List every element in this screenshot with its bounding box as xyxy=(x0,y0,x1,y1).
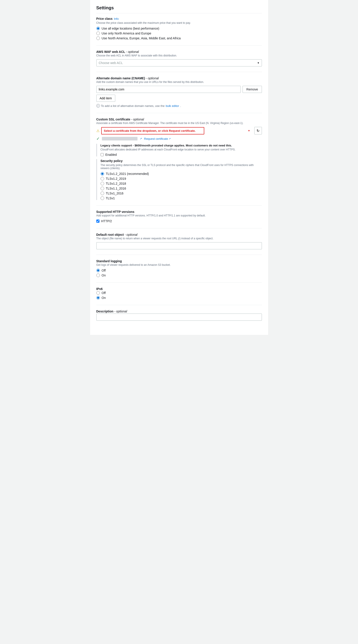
security-policy-box: Security policy The security policy dete… xyxy=(96,159,262,200)
http-versions-label: Supported HTTP versions xyxy=(96,210,262,214)
price-class-all-radio[interactable] xyxy=(96,27,100,30)
ssl-warning-icon: ⚠ xyxy=(96,129,99,133)
security-tls1-2016[interactable]: TLSv1_2016 xyxy=(101,192,262,195)
legacy-description: CloudFront allocates dedicated IP addres… xyxy=(101,148,262,151)
http2-checkbox[interactable] xyxy=(96,220,99,223)
http-versions-section: Supported HTTP versions Add support for … xyxy=(96,210,262,223)
ipv6-off-radio[interactable] xyxy=(96,291,100,295)
logging-off[interactable]: Off xyxy=(96,269,262,272)
waf-select[interactable]: Choose web ACL xyxy=(96,59,262,66)
root-object-label: Default root object - optional xyxy=(96,233,262,236)
security-tls12-2019-radio[interactable] xyxy=(101,177,104,180)
security-tls11-2016-label: TLSv1.1_2016 xyxy=(106,187,126,190)
ipv6-on-radio[interactable] xyxy=(96,296,100,300)
logging-options: Off On xyxy=(96,269,262,277)
price-class-na-eu-asia-radio[interactable] xyxy=(96,36,100,40)
security-tls12-2021-label: TLSv1.2_2021 (recommended) xyxy=(106,172,149,176)
description-input[interactable] xyxy=(96,314,262,321)
legacy-support-box: Legacy clients support - $600/month pror… xyxy=(96,144,262,156)
price-class-na-eu-label: Use only North America and Europe xyxy=(102,32,151,35)
price-class-na-eu-radio[interactable] xyxy=(96,32,100,35)
ipv6-options: Off On xyxy=(96,291,262,300)
security-tls12-2019[interactable]: TLSv1.2_2019 xyxy=(101,177,262,180)
price-class-all[interactable]: Use all edge locations (best performance… xyxy=(96,27,262,30)
root-object-description: The object (file name) to return when a … xyxy=(96,237,262,240)
page-title: Settings xyxy=(96,5,262,13)
price-class-info-link[interactable]: Info xyxy=(114,17,119,20)
security-tls1[interactable]: TLSv1 xyxy=(101,196,262,200)
root-object-input[interactable] xyxy=(96,242,262,249)
security-tls1-radio[interactable] xyxy=(101,196,104,200)
ssl-refresh-button[interactable]: ↻ xyxy=(254,127,262,134)
price-class-na-eu[interactable]: Use only North America and Europe xyxy=(96,32,262,35)
logging-section: Standard logging Get logs of viewer requ… xyxy=(96,259,262,277)
logging-on[interactable]: On xyxy=(96,274,262,277)
ssl-warning-row: ⚠ Select a certificate from the dropdown… xyxy=(96,127,262,134)
bulk-editor-note: i To add a list of alternative domain na… xyxy=(96,104,262,108)
request-cert-external-icon: ↗ xyxy=(169,137,171,140)
security-policy-options: TLSv1.2_2021 (recommended) TLSv1.2_2019 … xyxy=(101,172,262,200)
price-class-na-eu-asia-label: Use North America, Europe, Asia, Middle … xyxy=(102,36,181,40)
cert-row: ✓ ↗ Request certificate ↗ xyxy=(96,136,262,141)
ipv6-off[interactable]: Off xyxy=(96,291,262,295)
ipv6-on-label: On xyxy=(102,296,106,300)
legacy-title: Legacy clients support - $600/month pror… xyxy=(101,144,262,147)
waf-label: AWS WAF web ACL - optional xyxy=(96,50,262,54)
price-class-description: Choose the price class associated with t… xyxy=(96,21,262,24)
cname-input[interactable] xyxy=(96,86,241,93)
legacy-enabled-label: Enabled xyxy=(105,153,117,156)
description-label: Description - optional xyxy=(96,310,262,313)
security-tls1-2016-radio[interactable] xyxy=(101,192,104,195)
http2-label: HTTP/2 xyxy=(101,219,112,223)
security-tls1-label: TLSv1 xyxy=(106,196,115,200)
legacy-enabled-checkbox[interactable] xyxy=(101,153,104,156)
ssl-label: Custom SSL certificate - optional xyxy=(96,118,262,121)
cert-external-icon: ↗ xyxy=(140,137,142,140)
cname-input-row: Remove xyxy=(96,86,262,93)
logging-label: Standard logging xyxy=(96,259,262,263)
logging-off-radio[interactable] xyxy=(96,269,100,272)
description-section: Description - optional xyxy=(96,310,262,321)
bulk-editor-link[interactable]: bulk editor xyxy=(166,104,179,108)
http2-checkbox-label[interactable]: HTTP/2 xyxy=(96,219,262,223)
price-class-na-eu-asia[interactable]: Use North America, Europe, Asia, Middle … xyxy=(96,36,262,40)
waf-description: Choose the web ACL in AWS WAF to associa… xyxy=(96,54,262,57)
http-versions-description: Add support for additional HTTP versions… xyxy=(96,214,262,217)
security-tls11-2016-radio[interactable] xyxy=(101,187,104,190)
ssl-warning-select[interactable]: Select a certificate from the dropdown, … xyxy=(101,127,204,134)
security-tls11-2016[interactable]: TLSv1.1_2016 xyxy=(101,187,262,190)
bulk-editor-info-icon: i xyxy=(96,104,100,108)
security-policy-description: The security policy determines the SSL o… xyxy=(101,164,262,170)
ipv6-on[interactable]: On xyxy=(96,296,262,300)
ipv6-label: IPv6 xyxy=(96,287,262,291)
security-policy-title: Security policy xyxy=(101,159,262,163)
legacy-enabled-checkbox-label[interactable]: Enabled xyxy=(101,153,262,156)
cname-remove-button[interactable]: Remove xyxy=(243,86,262,93)
cert-value-bar xyxy=(102,137,137,140)
cname-add-item-button[interactable]: Add item xyxy=(96,95,115,102)
price-class-options: Use all edge locations (best performance… xyxy=(96,27,262,40)
ipv6-off-label: Off xyxy=(102,291,106,295)
security-tls12-2021[interactable]: TLSv1.2_2021 (recommended) xyxy=(101,172,262,176)
ssl-section: Custom SSL certificate - optional Associ… xyxy=(96,118,262,200)
logging-description: Get logs of viewer requests delivered to… xyxy=(96,263,262,266)
price-class-section: Price class Info Choose the price class … xyxy=(96,17,262,40)
security-tls12-2018[interactable]: TLSv1.2_2018 xyxy=(101,182,262,185)
ipv6-section: IPv6 Off On xyxy=(96,287,262,300)
security-tls12-2018-radio[interactable] xyxy=(101,182,104,185)
ssl-description: Associate a certificate from AWS Certifi… xyxy=(96,122,262,125)
root-object-section: Default root object - optional The objec… xyxy=(96,233,262,249)
logging-on-radio[interactable] xyxy=(96,274,100,277)
request-certificate-link[interactable]: Request certificate ↗ xyxy=(144,137,171,140)
price-class-all-label: Use all edge locations (best performance… xyxy=(102,27,159,30)
waf-select-wrapper: Choose web ACL xyxy=(96,59,262,66)
logging-off-label: Off xyxy=(102,269,106,272)
ssl-warning-select-wrapper: Select a certificate from the dropdown, … xyxy=(101,127,253,134)
waf-section: AWS WAF web ACL - optional Choose the we… xyxy=(96,50,262,66)
security-tls12-2019-label: TLSv1.2_2019 xyxy=(106,177,126,180)
ssl-refresh-icon: ↻ xyxy=(257,129,259,133)
cname-label: Alternate domain name (CNAME) - optional xyxy=(96,76,262,80)
cname-description: Add the custom domain names that you use… xyxy=(96,80,262,84)
price-class-label: Price class xyxy=(96,17,113,20)
security-tls12-2021-radio[interactable] xyxy=(101,172,104,176)
